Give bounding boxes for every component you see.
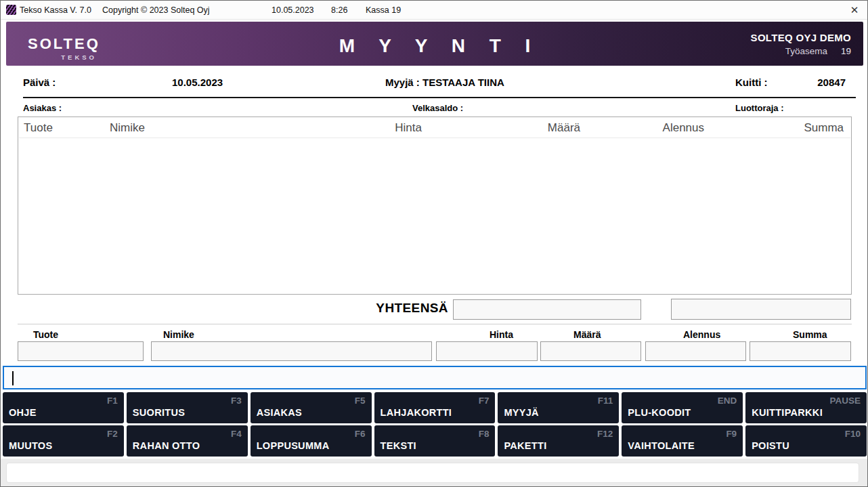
price-field-label: Hinta <box>490 329 513 340</box>
button-ohje[interactable]: OHJE F1 <box>3 392 124 423</box>
close-icon[interactable]: ✕ <box>848 3 861 17</box>
window-titlebar[interactable]: Tekso Kassa V. 7.0 Copyright © 2023 Solt… <box>1 1 867 20</box>
table-header-divider <box>19 137 850 138</box>
titlebar-time: 8:26 <box>331 5 347 15</box>
button-rahan-otto[interactable]: RAHAN OTTO F4 <box>127 425 248 457</box>
button-vaihtolaite[interactable]: VAIHTOLAITE F9 <box>622 425 743 457</box>
button-label: PLU-KOODIT <box>628 407 691 418</box>
button-key: F4 <box>231 429 242 439</box>
button-paketti[interactable]: PAKETTI F12 <box>498 425 619 457</box>
app-window: Tekso Kassa V. 7.0 Copyright © 2023 Solt… <box>0 0 868 487</box>
bottom-strip <box>1 459 867 487</box>
button-label: RAHAN OTTO <box>133 440 200 451</box>
column-header-price: Hinta <box>395 121 422 135</box>
sum-field-label: Summa <box>793 329 827 340</box>
quantity-field[interactable] <box>540 341 641 361</box>
button-label: PAKETTI <box>504 440 546 451</box>
button-label: POISTU <box>752 440 789 451</box>
button-key: F7 <box>479 396 490 406</box>
date-value: 10.05.2023 <box>172 77 223 88</box>
total-display <box>453 299 641 320</box>
button-key: F1 <box>107 396 118 406</box>
button-key: PAUSE <box>829 396 861 406</box>
company-name: SOLTEQ OYJ DEMO <box>751 32 851 43</box>
button-label: SUORITUS <box>133 407 185 418</box>
button-label: MYYJÄ <box>504 407 538 418</box>
button-label: ASIAKAS <box>257 407 302 418</box>
credit-limit-label: Luottoraja : <box>735 103 784 113</box>
titlebar-date: 10.05.2023 <box>272 5 314 15</box>
button-plu-koodit[interactable]: PLU-KOODIT END <box>622 392 743 423</box>
workstation-info: Työasema19 <box>751 46 851 56</box>
entry-form-divider <box>18 324 852 324</box>
button-myyja[interactable]: MYYJÄ F11 <box>498 392 619 423</box>
text-caret <box>12 371 14 385</box>
button-key: F11 <box>598 396 613 406</box>
button-key: F8 <box>479 429 490 439</box>
product-field[interactable] <box>18 341 144 361</box>
button-loppusumma[interactable]: LOPPUSUMMA F6 <box>251 425 372 457</box>
button-key: END <box>718 396 737 406</box>
column-header-product: Tuote <box>24 121 53 135</box>
name-field[interactable] <box>151 341 432 361</box>
button-key: F6 <box>355 429 366 439</box>
receipt-number: 20847 <box>817 77 846 88</box>
button-label: LOPPUSUMMA <box>257 440 330 451</box>
window-title: Tekso Kassa V. 7.0 <box>20 5 91 15</box>
command-input[interactable] <box>3 366 867 389</box>
quantity-field-label: Määrä <box>573 329 601 340</box>
discount-field-label: Alennus <box>683 329 720 340</box>
price-field[interactable] <box>436 341 538 361</box>
page-title: M Y Y N T I <box>6 35 863 57</box>
date-label: Päivä : <box>23 77 56 88</box>
button-label: TEKSTI <box>381 440 416 451</box>
copyright-text: Copyright © 2023 Solteq Oyj <box>102 5 210 15</box>
button-lahjakortti[interactable]: LAHJAKORTTI F7 <box>374 392 496 423</box>
column-header-name: Nimike <box>110 121 145 135</box>
app-header: SOLTEQ TEKSO M Y Y N T I SOLTEQ OYJ DEMO… <box>6 22 863 66</box>
button-asiakas[interactable]: ASIAKAS F5 <box>251 392 372 423</box>
button-label: KUITTIPARKKI <box>752 407 823 418</box>
seller-info: Myyjä : TESTAAJA TIINA <box>385 77 504 88</box>
column-header-discount: Alennus <box>663 121 704 135</box>
header-right-block: SOLTEQ OYJ DEMO Työasema19 <box>751 32 851 56</box>
button-kuittiparkki[interactable]: KUITTIPARKKI PAUSE <box>745 392 867 423</box>
button-key: F9 <box>726 429 737 439</box>
app-logo-icon <box>6 5 16 15</box>
receipt-label: Kuitti : <box>735 77 767 88</box>
secondary-total-display <box>671 299 851 320</box>
button-poistu[interactable]: POISTU F10 <box>745 425 867 457</box>
workstation-number: 19 <box>841 46 851 56</box>
button-key: F3 <box>231 396 242 406</box>
button-teksti[interactable]: TEKSTI F8 <box>374 425 496 457</box>
button-key: F10 <box>845 429 861 439</box>
button-key: F2 <box>107 429 118 439</box>
seller-label: Myyjä : <box>385 77 420 88</box>
button-key: F12 <box>597 429 613 439</box>
info-divider <box>23 97 856 98</box>
button-label: MUUTOS <box>9 440 52 451</box>
customer-label: Asiakas : <box>23 103 62 113</box>
total-label: YHTEENSÄ <box>376 301 448 316</box>
workstation-label: Työasema <box>785 46 827 56</box>
button-suoritus[interactable]: SUORITUS F3 <box>127 392 248 423</box>
name-field-label: Nimike <box>163 329 194 340</box>
discount-field[interactable] <box>645 341 746 361</box>
column-header-sum: Summa <box>804 121 844 135</box>
titlebar-register: Kassa 19 <box>366 5 401 15</box>
column-header-quantity: Määrä <box>548 121 580 135</box>
receipt-items-table: Tuote Nimike Hinta Määrä Alennus Summa <box>18 117 852 295</box>
button-key: F5 <box>355 396 366 406</box>
button-label: LAHJAKORTTI <box>381 407 452 418</box>
button-label: OHJE <box>9 407 37 418</box>
button-label: VAIHTOLAITE <box>628 440 695 451</box>
product-field-label: Tuote <box>33 329 58 340</box>
function-button-grid: OHJE F1 SUORITUS F3 ASIAKAS F5 LAHJAKORT… <box>3 392 867 457</box>
debt-balance-label: Velkasaldo : <box>412 103 463 113</box>
button-muutos[interactable]: MUUTOS F2 <box>3 425 124 457</box>
seller-value: TESTAAJA TIINA <box>422 77 504 88</box>
sum-field[interactable] <box>750 341 851 361</box>
status-bar <box>6 463 859 483</box>
